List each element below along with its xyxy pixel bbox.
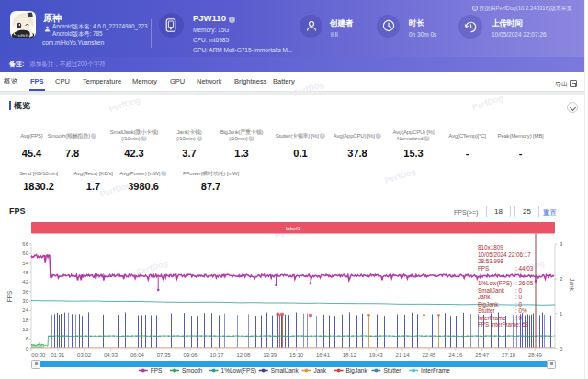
svg-text:22:45: 22:45: [422, 352, 436, 358]
svg-text:12:08: 12:08: [236, 352, 251, 358]
svg-text:0: 0: [26, 346, 29, 351]
svg-text:15:10: 15:10: [289, 352, 304, 358]
svg-text:Jank: Jank: [313, 367, 326, 373]
svg-text:Stutter: Stutter: [478, 307, 495, 314]
svg-text:FPS: FPS: [478, 265, 489, 272]
svg-text:1: 1: [560, 311, 563, 317]
svg-text:48: 48: [22, 270, 28, 275]
svg-text:10:37: 10:37: [209, 352, 224, 358]
svg-text:0: 0: [560, 346, 563, 351]
svg-text:FPS: FPS: [151, 367, 163, 373]
svg-text:07:35: 07:35: [157, 352, 172, 358]
svg-text:10/05/2024 22:06:17: 10/05/2024 22:06:17: [478, 251, 531, 258]
svg-text:30: 30: [22, 298, 28, 304]
svg-text:SmallJank: SmallJank: [271, 367, 300, 373]
svg-text:00:00: 00:00: [31, 352, 46, 358]
svg-text:36: 36: [22, 289, 28, 295]
svg-text:PerfDog: PerfDog: [384, 167, 417, 185]
svg-text:Stutter: Stutter: [383, 367, 401, 373]
svg-text:Jank: Jank: [478, 294, 491, 300]
svg-text:28:53.998: 28:53.998: [478, 258, 504, 264]
svg-text:54: 54: [22, 261, 28, 266]
svg-text:PerfDog: PerfDog: [471, 94, 504, 112]
svg-text:21:14: 21:14: [396, 352, 411, 358]
svg-text:27:18: 27:18: [502, 352, 516, 358]
svg-text:Jank: Jank: [569, 278, 575, 291]
svg-text:16:41: 16:41: [316, 352, 331, 358]
svg-text:24:16: 24:16: [448, 352, 463, 358]
svg-text:24: 24: [22, 307, 28, 313]
svg-text:1%Low(FPS): 1%Low(FPS): [221, 367, 256, 374]
svg-text:: 26.05: : 26.05: [515, 280, 534, 286]
svg-text:28:49: 28:49: [528, 352, 543, 358]
svg-text:18: 18: [22, 318, 28, 323]
svg-text:19:43: 19:43: [369, 352, 384, 358]
svg-text:BigJank: BigJank: [346, 367, 368, 374]
svg-text:01:31: 01:31: [51, 352, 65, 358]
svg-text:PerfDog: PerfDog: [99, 181, 132, 199]
svg-text:: 0: : 0: [515, 294, 522, 300]
svg-text:PerfDog: PerfDog: [108, 95, 141, 114]
svg-text:SmallJank: SmallJank: [478, 287, 505, 294]
svg-text:: 0: : 0: [515, 315, 522, 321]
svg-text:04:33: 04:33: [104, 352, 119, 358]
svg-text:InterFrame: InterFrame: [421, 367, 450, 373]
svg-text:FPS: FPS: [6, 290, 13, 302]
svg-text:06:04: 06:04: [130, 352, 145, 358]
svg-text:: 0%: : 0%: [515, 307, 527, 314]
svg-text:: 44.03: : 44.03: [515, 265, 534, 272]
svg-text:810x1809: 810x1809: [478, 244, 503, 251]
svg-text:InterFrame: InterFrame: [478, 315, 506, 321]
svg-text:FPS InterFrame: 68: FPS InterFrame: 68: [478, 321, 529, 328]
svg-text:60: 60: [22, 251, 28, 256]
svg-text:42: 42: [22, 279, 28, 284]
svg-text:18:12: 18:12: [343, 352, 357, 358]
svg-text:PerfDog: PerfDog: [292, 80, 325, 98]
svg-text:: 0: : 0: [515, 301, 522, 307]
svg-text:12: 12: [22, 327, 28, 332]
svg-text:Smooth: Smooth: [182, 367, 203, 373]
svg-text:09:06: 09:06: [184, 352, 198, 358]
svg-text:label1: label1: [286, 226, 301, 231]
svg-text:3: 3: [560, 241, 563, 247]
svg-text:: 0: : 0: [515, 287, 522, 294]
svg-text:03:02: 03:02: [77, 352, 92, 358]
svg-text:6: 6: [26, 336, 29, 341]
svg-text:2: 2: [560, 276, 563, 282]
svg-text:66: 66: [22, 241, 28, 247]
svg-text:13:39: 13:39: [263, 352, 277, 358]
svg-text:25:47: 25:47: [475, 352, 490, 358]
